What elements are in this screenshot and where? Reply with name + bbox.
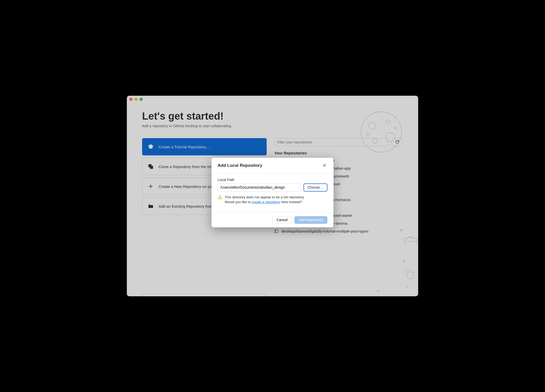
not-a-repo-warning: This directory does not appear to be a G…	[218, 194, 327, 207]
close-icon: ✕	[323, 163, 326, 168]
warning-icon	[218, 195, 222, 205]
modal-title: Add Local Repository	[218, 163, 262, 168]
close-modal-button[interactable]: ✕	[322, 162, 327, 169]
choose-path-button[interactable]: Choose…	[304, 183, 327, 191]
add-repository-button[interactable]: Add Repository	[294, 216, 327, 224]
local-path-label: Local Path	[218, 178, 327, 182]
svg-rect-23	[220, 198, 220, 199]
cancel-button[interactable]: Cancel	[272, 216, 292, 224]
warning-text-1: This directory does not appear to be a G…	[225, 195, 305, 200]
local-path-input[interactable]	[218, 183, 300, 191]
warning-text-2: Would you like to create a repository he…	[225, 200, 305, 205]
svg-rect-22	[220, 197, 220, 198]
create-repository-link[interactable]: create a repository	[252, 200, 280, 204]
add-local-repo-modal: Add Local Repository ✕ Local Path Choose…	[211, 158, 334, 227]
app-window: Let's get started! Add a repository to G…	[127, 96, 418, 296]
